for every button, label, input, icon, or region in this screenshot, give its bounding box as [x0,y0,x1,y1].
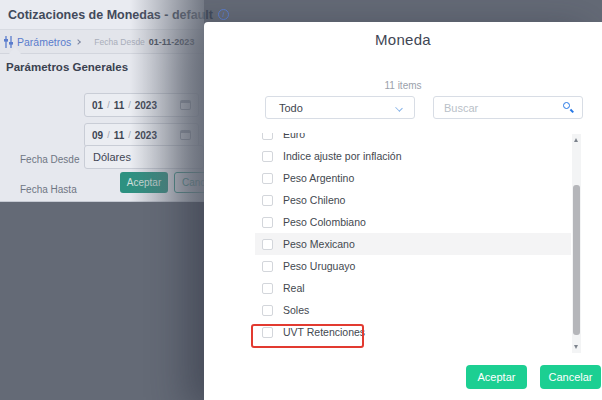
panel-accept-button[interactable]: Aceptar [120,172,168,193]
chip-value: 01-11-2023 [149,37,195,47]
date-separator: / [128,130,131,140]
list-item-label: Peso Chileno [283,194,345,206]
filter-dropdown-value: Todo [279,102,303,114]
date-separator: / [128,100,131,110]
checkbox[interactable] [262,283,273,294]
parameters-panel: Parámetros Generales Fecha Desde 01 / 11… [0,54,204,202]
chevron-right-icon [75,39,81,45]
fecha-desde-label: Fecha Desde [20,154,79,165]
checkbox[interactable] [262,195,273,206]
scroll-up-icon[interactable] [574,138,578,142]
month-value[interactable]: 11 [114,130,125,141]
search-icon[interactable] [563,102,570,109]
list-item-label: UVT Retenciones [283,326,365,338]
scrollbar-thumb[interactable] [573,185,580,335]
search-box [433,96,583,119]
list-item[interactable]: Peso Uruguayo [255,255,571,277]
year-value[interactable]: 2023 [135,100,157,111]
page-title: Cotizaciones de Monedas - default [8,8,213,22]
date-separator: / [107,100,110,110]
filters-icon [3,36,14,48]
list-item[interactable]: Peso Mexicano [255,233,571,255]
year-value[interactable]: 2023 [135,130,157,141]
toolbar-chip-fecha-desde: Fecha Desde 01-11-2023 [94,37,194,47]
moneda-value: Dólares [93,151,131,163]
list-item-label: Indice ajuste por inflación [283,150,402,162]
chip-label: Fecha Desde [94,37,145,47]
list-item-label: Peso Argentino [283,172,354,184]
list-item[interactable]: Peso Chileno [255,189,571,211]
popover-caret [9,47,21,54]
fecha-desde-input[interactable]: 01 / 11 / 2023 [84,93,199,117]
page-title-bar: Cotizaciones de Monedas - default i [0,0,204,29]
checkbox[interactable] [262,151,273,162]
day-value[interactable]: 09 [92,130,103,141]
moneda-modal: Moneda 11 items Todo Euro Indice ajuste … [204,22,602,400]
modal-cancel-button[interactable]: Cancelar [540,365,601,389]
parameters-toolbar: Parámetros Fecha Desde 01-11-2023 Fecha … [0,29,204,54]
panel-heading: Parámetros Generales [6,61,128,73]
fecha-hasta-input[interactable]: 09 / 11 / 2023 [84,123,199,147]
list-item-label: Euro [283,133,305,140]
checkbox[interactable] [262,173,273,184]
list-item-label: Peso Uruguayo [283,260,355,272]
list-item[interactable]: UVT Retenciones [255,321,571,343]
screen: Cotizaciones de Monedas - default i Pará… [0,0,602,400]
currency-list-viewport: Euro Indice ajuste por inflación Peso Ar… [255,133,571,353]
checkbox[interactable] [262,217,273,228]
currency-list: Euro Indice ajuste por inflación Peso Ar… [255,133,571,343]
list-item-label: Soles [283,304,309,316]
filter-dropdown[interactable]: Todo [265,96,415,119]
checkbox[interactable] [262,133,273,140]
list-item[interactable]: Peso Colombiano [255,211,571,233]
modal-title: Moneda [204,31,602,48]
list-item[interactable]: Peso Argentino [255,167,571,189]
info-icon[interactable]: i [218,9,229,20]
day-value[interactable]: 01 [92,100,103,111]
calendar-icon[interactable] [180,130,191,140]
moneda-select[interactable]: Dólares [84,145,204,169]
calendar-icon[interactable] [180,100,191,110]
list-item-label: Peso Colombiano [283,216,366,228]
list-item[interactable]: Euro [255,133,571,145]
list-item[interactable]: Real [255,277,571,299]
checkbox[interactable] [262,261,273,272]
list-item[interactable]: Soles [255,299,571,321]
checkbox[interactable] [262,239,273,250]
search-input[interactable] [434,97,562,118]
scrollbar[interactable] [572,134,581,353]
panel-cancel-button[interactable]: Cancelar [174,172,204,193]
scroll-down-icon[interactable] [574,345,578,349]
fecha-hasta-label: Fecha Hasta [20,184,77,195]
month-value[interactable]: 11 [114,100,125,111]
chevron-down-icon [395,104,403,112]
checkbox[interactable] [262,305,273,316]
date-separator: / [107,130,110,140]
list-item-label: Peso Mexicano [283,238,355,250]
list-item-label: Real [283,282,305,294]
modal-accept-button[interactable]: Aceptar [466,365,527,389]
list-item[interactable]: Indice ajuste por inflación [255,145,571,167]
toolbar-parameters-link[interactable]: Parámetros [17,36,71,48]
checkbox[interactable] [262,327,273,338]
items-count: 11 items [204,80,602,91]
